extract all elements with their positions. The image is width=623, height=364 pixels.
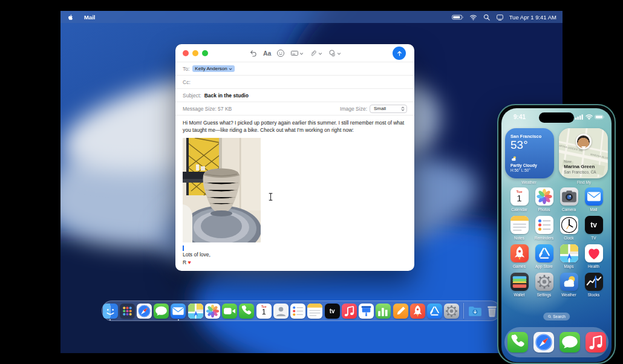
findmy-widget[interactable]: MARINA BLVD MARINA GREEN DR Now Marina G… <box>559 128 608 178</box>
insert-photo-icon[interactable] <box>328 49 341 57</box>
dock-item-finder[interactable] <box>102 304 118 319</box>
iphone-app-settings[interactable]: Settings <box>535 273 553 301</box>
iphone-app-calendar[interactable]: Tue1 Calendar <box>510 187 529 216</box>
iphone-dock-app-safari[interactable] <box>533 332 554 353</box>
dock-item-safari[interactable] <box>136 304 152 319</box>
menu-item[interactable] <box>140 14 149 21</box>
menu-item[interactable] <box>130 14 140 21</box>
undo-icon[interactable] <box>249 49 258 57</box>
running-indicator-dot <box>109 319 111 321</box>
app-icon: tv <box>585 216 603 234</box>
menu-clock[interactable]: Tue Apr 1 9:41 AM <box>509 14 556 21</box>
weather-temp: 53° <box>510 139 549 152</box>
dock-item-notes[interactable] <box>307 304 323 319</box>
header-fields-button[interactable] <box>290 49 304 57</box>
iphone-dock-app-phone[interactable] <box>507 332 528 353</box>
iphone-app-photos[interactable]: Photos <box>535 187 553 216</box>
message-body[interactable]: Hi Mom! Guess what? I picked up pottery … <box>175 115 414 267</box>
zoom-button[interactable] <box>202 50 208 56</box>
control-center-icon[interactable] <box>496 13 504 21</box>
weather-widget-label: Weather <box>501 180 556 184</box>
close-button[interactable] <box>183 50 189 56</box>
findmy-widget-label: Find My <box>556 180 612 184</box>
image-size-label: Image Size: <box>340 106 367 112</box>
attachment-icon[interactable] <box>309 49 322 57</box>
iphone-app-games[interactable]: Games <box>510 244 529 273</box>
menu-item[interactable] <box>159 14 169 21</box>
weather-widget[interactable]: San Francisco 53° Partly Cloudy H:56° L:… <box>505 128 554 178</box>
body-paragraph: Hi Mom! Guess what? I picked up pottery … <box>183 120 407 134</box>
dock-item-contacts[interactable] <box>273 304 289 319</box>
iphone-app-maps[interactable]: Maps <box>560 244 578 273</box>
app-icon <box>359 304 374 319</box>
dock-item-phone[interactable] <box>239 304 255 319</box>
iphone-dock-app-messages[interactable] <box>559 332 580 353</box>
dock-item-tv[interactable]: tv <box>324 304 340 319</box>
iphone-app-camera[interactable]: Camera <box>560 187 578 216</box>
menu-item[interactable] <box>111 14 120 21</box>
app-icon <box>427 304 442 319</box>
findmy-place: Marina Green <box>564 164 596 169</box>
to-label: To: <box>183 66 189 72</box>
dock-item-downloads[interactable] <box>468 304 483 319</box>
dock-item-mail[interactable] <box>171 304 186 319</box>
app-icon <box>510 216 529 234</box>
running-indicator-dot <box>178 319 180 321</box>
app-icon <box>535 187 553 206</box>
dock-item-maps[interactable] <box>188 304 203 319</box>
cc-field[interactable]: Cc: <box>175 76 414 89</box>
iphone-app-clock[interactable]: Clock <box>560 216 578 244</box>
dock-item-photos[interactable] <box>204 304 220 319</box>
recipient-token[interactable]: Kelly Anderson <box>192 65 234 72</box>
dock-item-games[interactable] <box>409 304 425 319</box>
dock-item-numbers[interactable] <box>376 304 391 319</box>
dock-item-appstore[interactable] <box>426 304 442 319</box>
pottery-photo-attachment[interactable] <box>183 138 261 242</box>
dock-item-settings[interactable] <box>444 304 460 319</box>
dock-item-music[interactable] <box>341 304 357 319</box>
app-icon <box>560 187 578 206</box>
send-button[interactable] <box>393 47 406 60</box>
menu-item[interactable] <box>149 14 159 21</box>
iphone-app-appstore[interactable]: App Store <box>535 244 553 273</box>
spotlight-search-icon[interactable] <box>483 13 491 21</box>
iphone-app-tv[interactable]: tv TV <box>585 216 603 244</box>
image-size-select[interactable]: Small <box>370 105 407 113</box>
dock-item-reminders[interactable] <box>290 304 306 319</box>
iphone-app-stocks[interactable]: Stocks <box>585 273 603 301</box>
dock-item-keynote[interactable] <box>358 304 374 319</box>
iphone-app-reminders[interactable]: Reminders <box>535 216 553 244</box>
status-wifi-icon <box>585 114 593 120</box>
battery-icon[interactable] <box>452 14 464 21</box>
iphone-dock-app-music[interactable] <box>585 332 606 353</box>
iphone-app-mail[interactable]: Mail <box>585 187 603 216</box>
iphone-app-wallet[interactable]: Wallet <box>510 273 529 301</box>
text-caret <box>183 245 184 251</box>
dock-item-launchpad[interactable] <box>119 304 135 319</box>
format-text-button[interactable]: Aa <box>263 50 271 57</box>
to-field[interactable]: To: Kelly Anderson <box>175 62 414 76</box>
iphone-app-weather[interactable]: Weather <box>560 273 578 301</box>
app-icon <box>560 244 578 262</box>
dock-item-messages[interactable] <box>154 304 169 319</box>
emoji-picker-icon[interactable] <box>276 49 285 57</box>
app-label: Notes <box>514 236 524 240</box>
dock-item-calendar[interactable]: Tue1 <box>256 304 272 319</box>
iphone-app-health[interactable]: Health <box>585 244 603 273</box>
menu-item[interactable] <box>169 14 178 21</box>
apple-menu-icon[interactable] <box>67 13 74 21</box>
minimize-button[interactable] <box>192 50 198 56</box>
subject-field[interactable]: Subject: Back in the studio <box>175 89 414 102</box>
closing-line: Lots of love, <box>183 252 407 259</box>
iphone-app-notes[interactable]: Notes <box>510 216 529 244</box>
memoji-location-pin <box>576 134 592 149</box>
ibeam-cursor <box>268 193 273 201</box>
menu-app-name[interactable]: Mail <box>79 14 100 21</box>
menu-item[interactable] <box>120 14 130 21</box>
search-pill[interactable]: Search <box>543 313 570 320</box>
dock-item-facetime[interactable] <box>222 304 238 319</box>
menu-item[interactable] <box>101 14 111 21</box>
app-label: Weather <box>561 293 576 297</box>
wifi-icon[interactable] <box>469 13 477 21</box>
dock-item-pages[interactable] <box>393 304 408 319</box>
